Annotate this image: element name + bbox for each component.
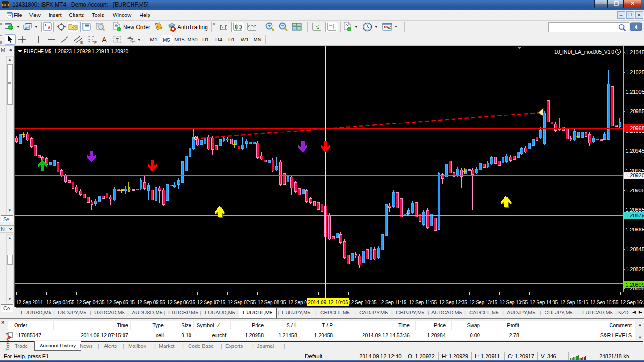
svg-text:12 Sep 06:35: 12 Sep 06:35 xyxy=(167,300,196,305)
svg-text:2014.09.12 10:05: 2014.09.12 10:05 xyxy=(308,299,348,305)
svg-text:12 Sep 12:35: 12 Sep 12:35 xyxy=(439,300,467,305)
svg-text:12 Sep 13:55: 12 Sep 13:55 xyxy=(500,300,528,305)
svg-text:12 Sep 13:15: 12 Sep 13:15 xyxy=(470,300,498,305)
svg-text:12 Sep 08:35: 12 Sep 08:35 xyxy=(258,300,286,305)
svg-text:EURCHF,M5 1.20923 1.20929 1.2: EURCHF,M5 1.20923 1.20929 1.20918 1.2092… xyxy=(24,49,128,54)
svg-text:4: 4 xyxy=(635,24,638,30)
svg-text:12 Sep 04:35: 12 Sep 04:35 xyxy=(76,300,105,305)
svg-text:T: T xyxy=(116,37,119,43)
svg-text:12 Sep 2014: 12 Sep 2014 xyxy=(16,300,43,305)
svg-text:1.20879: 1.20879 xyxy=(626,213,644,218)
svg-text:1.20865: 1.20865 xyxy=(626,227,644,232)
svg-text:F: F xyxy=(94,41,97,44)
svg-text:1.20885: 1.20885 xyxy=(626,207,644,213)
svg-text:10_INDI_EA_mod005_V1.0: 10_INDI_EA_mod005_V1.0 xyxy=(554,49,614,55)
svg-text:12 Sep 15:15: 12 Sep 15:15 xyxy=(560,300,588,305)
svg-text:1.20945: 1.20945 xyxy=(626,148,644,154)
svg-text:1.21045: 1.21045 xyxy=(626,49,644,55)
svg-text:1.20809: 1.20809 xyxy=(626,282,644,288)
svg-text:12 Sep 16:3: 12 Sep 16:3 xyxy=(620,300,644,305)
svg-text:1.20920: 1.20920 xyxy=(626,173,644,178)
svg-text:1.20985: 1.20985 xyxy=(626,108,644,114)
svg-text:12 Sep 05:55: 12 Sep 05:55 xyxy=(137,300,165,305)
svg-text:1.20825: 1.20825 xyxy=(626,266,644,272)
svg-text:12 Sep 07:55: 12 Sep 07:55 xyxy=(228,300,256,305)
svg-text:12 Sep 10:35: 12 Sep 10:35 xyxy=(348,300,377,305)
svg-text:1.21025: 1.21025 xyxy=(626,69,644,75)
svg-text:12 Sep 15:55: 12 Sep 15:55 xyxy=(590,300,619,305)
svg-text:12 Sep 14:35: 12 Sep 14:35 xyxy=(530,300,558,305)
svg-text:1.21005: 1.21005 xyxy=(626,89,644,95)
svg-text:1.20905: 1.20905 xyxy=(626,188,644,193)
svg-text:12 Sep 11:55: 12 Sep 11:55 xyxy=(409,300,437,305)
svg-text:E: E xyxy=(80,41,83,44)
svg-text:12 Sep 11:15: 12 Sep 11:15 xyxy=(379,300,406,305)
svg-text:A: A xyxy=(102,36,107,43)
svg-text:12 Sep 05:15: 12 Sep 05:15 xyxy=(107,300,135,305)
svg-text:1.20968: 1.20968 xyxy=(626,125,644,131)
svg-text:12 Sep 07:15: 12 Sep 07:15 xyxy=(198,300,226,305)
svg-text:1.20845: 1.20845 xyxy=(626,247,644,252)
svg-text:12 Sep 03:55: 12 Sep 03:55 xyxy=(46,300,74,305)
